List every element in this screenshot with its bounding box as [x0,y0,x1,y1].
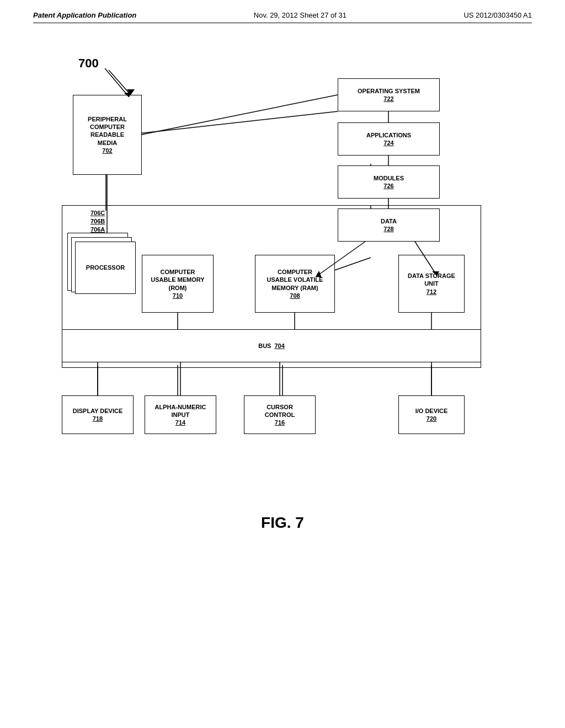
box-datastorage: DATA STORAGEUNIT 712 [398,255,465,313]
svg-line-0 [109,70,131,95]
box-peripheral-ref: 702 [102,147,112,154]
box-processor: PROCESSOR [75,242,136,294]
box-os: OPERATING SYSTEM 722 [338,78,440,111]
box-datastorage-ref: 712 [427,288,436,296]
svg-marker-1 [127,89,135,95]
box-display: DISPLAY DEVICE 718 [62,395,134,434]
box-display-ref: 718 [93,415,103,422]
box-rom-ref: 710 [173,292,183,299]
box-applications-text: APPLICATIONS [366,131,411,139]
box-cursor: CURSORCONTROL 716 [244,395,316,434]
box-applications-ref: 724 [383,139,393,147]
box-alpha-text: ALPHA-NUMERICINPUT [155,403,206,419]
header-center: Nov. 29, 2012 Sheet 27 of 31 [254,11,347,19]
box-modules-ref: 726 [383,182,393,190]
svg-line-3 [139,111,338,133]
box-datastorage-text: DATA STORAGEUNIT [408,272,455,288]
fig-label: FIG. 7 [33,514,532,532]
box-ram: COMPUTERUSABLE VOLATILEMEMORY (RAM) 708 [255,255,335,313]
diagram-area: 700 [45,40,520,492]
box-cursor-ref: 716 [275,419,285,426]
box-bus-ref: 704 [274,342,284,350]
label-706a: 706A [90,226,105,233]
box-alpha-ref: 714 [175,419,185,426]
box-ram-text: COMPUTERUSABLE VOLATILEMEMORY (RAM) [267,268,323,292]
box-io-text: I/O DEVICE [415,407,448,415]
box-modules-text: MODULES [374,174,404,182]
header-left: Patent Application Publication [33,11,136,19]
box-alpha: ALPHA-NUMERICINPUT 714 [145,395,216,434]
box-display-text: DISPLAY DEVICE [73,407,122,415]
label-700: 700 [78,56,99,71]
page-header: Patent Application Publication Nov. 29, … [33,11,532,23]
svg-line-15 [105,68,129,97]
box-cursor-text: CURSORCONTROL [265,403,295,419]
header-right: US 2012/0303450 A1 [463,11,532,19]
box-processor-text: PROCESSOR [86,264,125,271]
box-os-text: OPERATING SYSTEM [358,87,420,95]
label-706b: 706B [90,218,105,224]
box-ram-ref: 708 [290,292,300,299]
label-706c: 706C [90,210,105,216]
svg-line-17 [142,95,338,135]
box-bus: BUS 704 [62,329,481,362]
box-os-ref: 722 [383,95,393,103]
box-modules: MODULES 726 [338,165,440,199]
box-io: I/O DEVICE 720 [398,395,465,434]
box-io-ref: 720 [427,415,436,422]
box-applications: APPLICATIONS 724 [338,122,440,156]
box-peripheral-text: PERIPHERALCOMPUTERREADABLEMEDIA [88,115,127,147]
box-peripheral: PERIPHERALCOMPUTERREADABLEMEDIA 702 [73,95,142,175]
box-rom: COMPUTERUSABLE MEMORY(ROM) 710 [142,255,214,313]
box-bus-text: BUS [258,342,271,350]
box-rom-text: COMPUTERUSABLE MEMORY(ROM) [151,268,204,292]
